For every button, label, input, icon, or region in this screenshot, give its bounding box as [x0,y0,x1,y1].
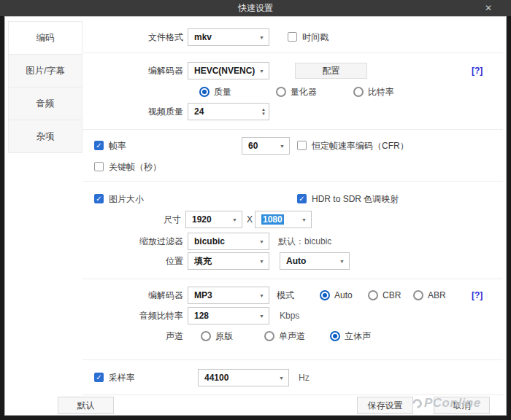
chevron-down-icon: ▼ [259,239,264,244]
height-select[interactable]: 1080 ▼ [255,211,312,228]
check-icon: ✓ [96,141,101,149]
channel-mono-radio[interactable] [264,331,274,341]
audio-bitrate-label: 音频比特率 [78,309,183,322]
dimensions-x-separator: X [247,213,253,226]
check-icon: ✓ [299,195,304,203]
width-select[interactable]: 1920 ▼ [185,211,242,228]
hdr-to-sdr-label: HDR to SDR 色调映射 [312,192,399,206]
chevron-down-icon: ▼ [279,376,284,381]
video-quality-label: 视频质量 [78,105,183,118]
quick-settings-window: 快速设置 ✕ 编码 图片/字幕 音频 杂项 文件格式 mkv ▼ 时间戳 编解码… [0,0,511,420]
position-auto-select[interactable]: Auto ▼ [280,252,350,270]
configure-button[interactable]: 配置 [295,63,367,79]
video-codec-help-link[interactable]: [?] [472,64,483,77]
close-icon: ✕ [485,3,492,13]
bitrate-radio-label: 比特率 [368,85,394,98]
keyframe-checkbox[interactable] [94,162,104,171]
close-button[interactable]: ✕ [485,0,492,16]
divider [82,279,503,279]
channels-label: 声道 [78,330,183,343]
position-value: 填充 [194,255,256,268]
file-format-value: mkv [194,32,256,42]
spinner-down-icon[interactable]: ▼ [261,112,266,116]
framerate-select[interactable]: 60 ▼ [242,137,290,155]
scale-filter-select[interactable]: bicubic ▼ [188,233,269,250]
channel-original-label: 原版 [215,330,233,343]
hdr-to-sdr-checkbox[interactable]: ✓ [297,194,307,203]
check-icon: ✓ [96,373,101,381]
chevron-down-icon: ▼ [301,217,307,222]
divider [82,181,503,182]
save-settings-button[interactable]: 保存设置 [357,397,413,414]
chevron-down-icon: ▼ [339,259,345,264]
chevron-down-icon: ▼ [259,35,264,40]
channel-stereo-radio[interactable] [330,331,340,341]
bitrate-radio[interactable] [353,87,364,97]
position-label: 位置 [78,254,183,268]
audio-codec-select[interactable]: MP3 ▼ [188,287,269,304]
file-format-label: 文件格式 [78,31,183,44]
pconline-logo-icon [410,397,423,410]
chevron-down-icon: ▼ [232,217,237,222]
channel-mono-label: 单声道 [279,330,305,343]
mode-auto-radio[interactable] [320,290,330,300]
picture-size-checkbox[interactable]: ✓ [94,194,104,203]
quantizer-radio[interactable] [276,87,286,97]
cfr-checkbox[interactable] [297,141,307,150]
titlebar: 快速设置 ✕ [0,0,511,16]
divider [82,359,503,360]
framerate-label: 帧率 [109,139,126,152]
sample-rate-checkbox[interactable]: ✓ [94,373,104,382]
sample-rate-value: 44100 [204,373,276,383]
audio-codec-label: 编解码器 [78,289,183,302]
check-icon: ✓ [96,195,101,203]
sidebar-item-picture-subtitle[interactable]: 图片/字幕 [8,54,82,88]
dialog-body: 编码 图片/字幕 音频 杂项 文件格式 mkv ▼ 时间戳 编解码器 HEVC(… [4,16,507,416]
mode-auto-label: Auto [334,289,353,302]
audio-codec-value: MP3 [194,290,256,300]
width-value: 1920 [192,214,229,225]
mode-abr-radio[interactable] [413,290,423,300]
file-format-select[interactable]: mkv ▼ [188,28,269,46]
height-value-selected: 1080 [261,214,284,225]
video-codec-select[interactable]: HEVC(NVENC) ▼ [188,62,269,79]
audio-bitrate-select[interactable]: 128 ▼ [188,307,269,324]
timestamp-checkbox[interactable] [288,32,297,42]
audio-bitrate-unit: Kbps [280,309,299,322]
mode-cbr-radio[interactable] [368,290,378,300]
position-auto-value: Auto [286,256,337,266]
framerate-checkbox[interactable]: ✓ [94,141,104,150]
scale-filter-default-note: 默认：bicubic [278,235,331,248]
divider [82,52,503,53]
audio-codec-help-link[interactable]: [?] [472,289,483,302]
window-title: 快速设置 [0,0,511,16]
mode-abr-label: ABR [428,289,446,302]
default-button[interactable]: 默认 [58,397,114,414]
cfr-label: 恒定帧速率编码（CFR） [312,139,409,152]
position-select[interactable]: 填充 ▼ [188,252,269,270]
sample-rate-unit: Hz [299,371,310,384]
pconline-watermark: PConline [412,396,481,411]
divider [82,129,503,130]
divider [82,394,503,395]
scale-filter-value: bicubic [194,236,256,246]
sidebar-item-encoding[interactable]: 编码 [8,21,82,55]
chevron-down-icon: ▼ [259,69,264,74]
channel-stereo-label: 立体声 [345,330,371,343]
video-codec-label: 编解码器 [78,64,183,77]
sidebar-item-audio[interactable]: 音频 [8,87,82,120]
quality-radio[interactable] [199,87,210,97]
scale-filter-label: 缩放过滤器 [78,235,183,248]
chevron-down-icon: ▼ [259,259,264,264]
dimensions-label: 尺寸 [78,213,181,226]
keyframe-label: 关键帧（秒） [109,160,161,174]
picture-size-label: 图片大小 [109,192,144,206]
timestamp-label: 时间戳 [302,31,328,44]
video-quality-stepper[interactable]: 24 ▲ ▼ [188,103,269,120]
sidebar-item-misc[interactable]: 杂项 [8,120,82,153]
channel-original-radio[interactable] [201,331,211,341]
video-quality-value: 24 [194,106,261,117]
chevron-down-icon: ▼ [259,314,264,319]
sample-rate-select[interactable]: 44100 ▼ [198,369,289,386]
quality-radio-label: 质量 [214,85,231,98]
